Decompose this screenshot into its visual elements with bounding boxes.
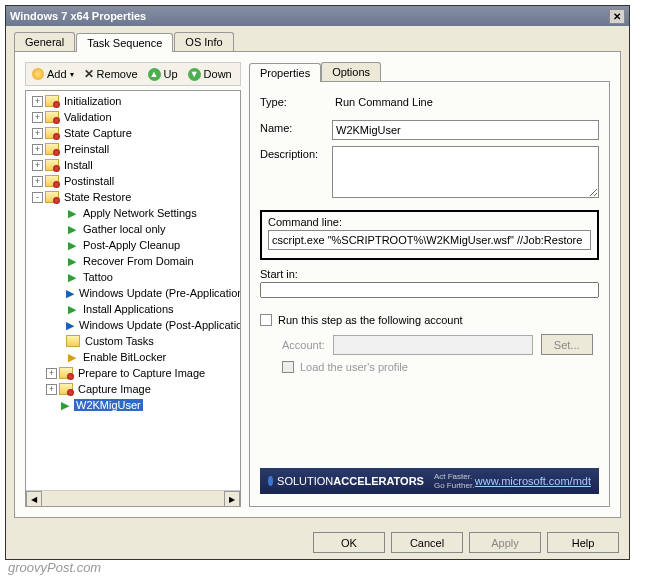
tab-task-sequence[interactable]: Task Sequence bbox=[76, 33, 173, 52]
expand-icon[interactable]: + bbox=[32, 112, 43, 123]
action-icon: ▶ bbox=[59, 399, 71, 411]
up-button[interactable]: ▲Up bbox=[144, 66, 182, 83]
folder-icon bbox=[59, 383, 73, 395]
tree-node[interactable]: ▶Gather local only bbox=[26, 221, 240, 237]
right-pane: Properties Options Type: Run Command Lin… bbox=[249, 62, 610, 507]
folder-icon bbox=[66, 335, 80, 347]
add-icon bbox=[32, 68, 44, 80]
command-line-input[interactable] bbox=[268, 230, 591, 250]
account-input bbox=[333, 335, 533, 355]
remove-button[interactable]: ✕Remove bbox=[80, 65, 142, 83]
expand-icon[interactable]: + bbox=[32, 176, 43, 187]
task-tree[interactable]: +Initialization +Validation +State Captu… bbox=[26, 91, 240, 490]
tree-node[interactable]: ▶Tattoo bbox=[26, 269, 240, 285]
tree-container: +Initialization +Validation +State Captu… bbox=[25, 90, 241, 507]
cancel-button[interactable]: Cancel bbox=[391, 532, 463, 553]
down-icon: ▼ bbox=[188, 68, 201, 81]
tree-toolbar: Add ✕Remove ▲Up ▼Down bbox=[25, 62, 241, 86]
load-profile-label: Load the user's profile bbox=[300, 361, 408, 373]
tab-options[interactable]: Options bbox=[321, 62, 381, 81]
properties-panel: Type: Run Command Line Name: Description… bbox=[249, 81, 610, 507]
dialog-buttons: OK Cancel Apply Help bbox=[6, 526, 629, 559]
tree-node[interactable]: +State Capture bbox=[26, 125, 240, 141]
tree-node[interactable]: Custom Tasks bbox=[26, 333, 240, 349]
right-tabs: Properties Options bbox=[249, 62, 610, 81]
tab-properties[interactable]: Properties bbox=[249, 63, 321, 82]
action-icon: ▶ bbox=[66, 255, 78, 267]
action-icon: ▶ bbox=[66, 351, 78, 363]
description-input[interactable] bbox=[332, 146, 599, 198]
tree-node[interactable]: +Initialization bbox=[26, 93, 240, 109]
scroll-left-icon[interactable]: ◀ bbox=[26, 491, 42, 507]
tree-node[interactable]: ▶Install Applications bbox=[26, 301, 240, 317]
folder-icon bbox=[45, 111, 59, 123]
banner-logo: SOLUTIONACCELERATORS Act Faster. Go Furt… bbox=[268, 472, 475, 490]
description-label: Description: bbox=[260, 146, 332, 160]
folder-icon bbox=[45, 175, 59, 187]
tree-node[interactable]: ▶Apply Network Settings bbox=[26, 205, 240, 221]
folder-icon bbox=[59, 367, 73, 379]
help-button[interactable]: Help bbox=[547, 532, 619, 553]
expand-icon[interactable]: + bbox=[32, 128, 43, 139]
scroll-right-icon[interactable]: ▶ bbox=[224, 491, 240, 507]
tree-node-state-restore[interactable]: -State Restore bbox=[26, 189, 240, 205]
tab-general[interactable]: General bbox=[14, 32, 75, 51]
start-in-input[interactable] bbox=[260, 282, 599, 298]
action-icon: ▶ bbox=[66, 271, 78, 283]
tree-node[interactable]: +Install bbox=[26, 157, 240, 173]
tree-node[interactable]: +Postinstall bbox=[26, 173, 240, 189]
collapse-icon[interactable]: - bbox=[32, 192, 43, 203]
action-icon: ▶ bbox=[66, 239, 78, 251]
up-icon: ▲ bbox=[148, 68, 161, 81]
tree-node[interactable]: ▶Recover From Domain bbox=[26, 253, 240, 269]
main-tabs: General Task Sequence OS Info bbox=[6, 26, 629, 51]
run-as-checkbox-row[interactable]: Run this step as the following account bbox=[260, 314, 599, 326]
folder-icon bbox=[45, 191, 59, 203]
tree-node[interactable]: ▶Enable BitLocker bbox=[26, 349, 240, 365]
expand-icon[interactable]: + bbox=[46, 368, 57, 379]
name-input[interactable] bbox=[332, 120, 599, 140]
solution-accelerators-banner: SOLUTIONACCELERATORS Act Faster. Go Furt… bbox=[260, 468, 599, 494]
tree-node-selected[interactable]: ▶W2KMigUser bbox=[26, 397, 240, 413]
horizontal-scrollbar[interactable]: ◀ ▶ bbox=[26, 490, 240, 506]
expand-icon[interactable]: + bbox=[32, 96, 43, 107]
tree-node[interactable]: +Validation bbox=[26, 109, 240, 125]
tree-node[interactable]: ▶Windows Update (Post-Application Instal… bbox=[26, 317, 240, 333]
add-button[interactable]: Add bbox=[28, 66, 78, 82]
expand-icon[interactable]: + bbox=[32, 144, 43, 155]
tree-node[interactable]: +Prepare to Capture Image bbox=[26, 365, 240, 381]
action-icon: ▶ bbox=[66, 287, 74, 299]
tree-node[interactable]: +Capture Image bbox=[26, 381, 240, 397]
left-pane: Add ✕Remove ▲Up ▼Down +Initialization +V… bbox=[25, 62, 241, 507]
command-line-group: Command line: bbox=[260, 210, 599, 260]
start-in-row: Start in: bbox=[260, 268, 599, 298]
folder-icon bbox=[45, 127, 59, 139]
type-value: Run Command Line bbox=[332, 94, 599, 114]
apply-button[interactable]: Apply bbox=[469, 532, 541, 553]
ok-button[interactable]: OK bbox=[313, 532, 385, 553]
down-button[interactable]: ▼Down bbox=[184, 66, 236, 83]
tree-node[interactable]: +Preinstall bbox=[26, 141, 240, 157]
set-button: Set... bbox=[541, 334, 593, 355]
window-title: Windows 7 x64 Properties bbox=[10, 10, 609, 22]
tree-node[interactable]: ▶Windows Update (Pre-Application Install… bbox=[26, 285, 240, 301]
name-label: Name: bbox=[260, 120, 332, 134]
account-label: Account: bbox=[282, 339, 325, 351]
mdt-link[interactable]: www.microsoft.com/mdt bbox=[475, 475, 591, 487]
tree-node[interactable]: ▶Post-Apply Cleanup bbox=[26, 237, 240, 253]
tab-os-info[interactable]: OS Info bbox=[174, 32, 233, 51]
expand-icon[interactable]: + bbox=[32, 160, 43, 171]
action-icon: ▶ bbox=[66, 319, 74, 331]
watermark: groovyPost.com bbox=[8, 560, 101, 565]
load-profile-row: Load the user's profile bbox=[282, 361, 599, 373]
name-row: Name: bbox=[260, 120, 599, 140]
titlebar[interactable]: Windows 7 x64 Properties ✕ bbox=[6, 6, 629, 26]
description-row: Description: bbox=[260, 146, 599, 198]
start-in-label: Start in: bbox=[260, 268, 599, 280]
expand-icon[interactable]: + bbox=[46, 384, 57, 395]
properties-dialog: Windows 7 x64 Properties ✕ General Task … bbox=[5, 5, 630, 560]
checkbox-icon[interactable] bbox=[260, 314, 272, 326]
account-row: Account: Set... bbox=[282, 334, 599, 355]
type-label: Type: bbox=[260, 94, 332, 108]
close-icon[interactable]: ✕ bbox=[609, 9, 625, 24]
